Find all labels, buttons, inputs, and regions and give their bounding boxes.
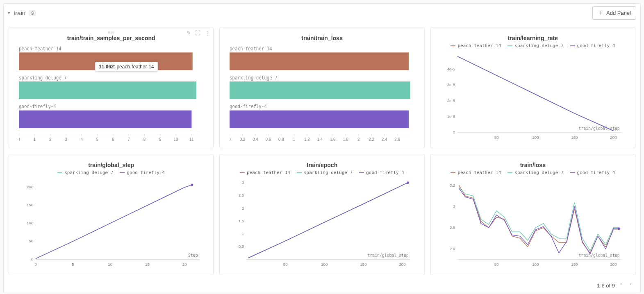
add-panel-label: Add Panel <box>606 10 631 16</box>
legend-item[interactable]: good-firefly-4 <box>570 170 615 175</box>
hover-tooltip: 11.062: peach-feather-14 <box>95 62 158 72</box>
svg-text:4: 4 <box>81 137 83 141</box>
svg-text:1.8: 1.8 <box>343 137 349 141</box>
svg-text:sparkling-deluge-7: sparkling-deluge-7 <box>230 75 278 81</box>
svg-text:6: 6 <box>112 137 114 141</box>
svg-text:0.8: 0.8 <box>278 137 284 141</box>
svg-text:1.2: 1.2 <box>304 137 310 141</box>
svg-text:200: 200 <box>610 135 617 140</box>
section-footer: 1-6 of 9 ˄ ˅ <box>4 280 640 293</box>
panel-learning-rate[interactable]: train/learning_rate peach-feather-14spar… <box>430 27 635 148</box>
svg-text:2: 2 <box>357 137 360 141</box>
svg-text:50: 50 <box>494 135 498 140</box>
panel-train-loss-bar[interactable]: train/train_loss peach-feather-14sparkli… <box>219 27 424 148</box>
legend-item[interactable]: good-firefly-4 <box>570 43 615 48</box>
drag-handle-icon[interactable]: ⠿⠿ <box>108 31 114 35</box>
svg-text:2.8: 2.8 <box>449 225 455 230</box>
svg-text:150: 150 <box>27 203 34 207</box>
page-next-icon[interactable]: ˅ <box>628 283 634 289</box>
svg-text:150: 150 <box>360 262 367 267</box>
panel-epoch[interactable]: train/epoch peach-feather-14sparkling-de… <box>219 154 424 275</box>
svg-text:good-firefly-4: good-firefly-4 <box>230 104 267 110</box>
svg-text:1: 1 <box>242 231 244 236</box>
legend-item[interactable]: peach-feather-14 <box>451 43 501 48</box>
chart-legend: peach-feather-14sparkling-deluge-7good-f… <box>220 170 424 175</box>
svg-text:0: 0 <box>453 130 455 134</box>
svg-text:train/global_step: train/global_step <box>368 253 409 258</box>
svg-text:0: 0 <box>34 262 37 267</box>
panel-title: train/train_loss <box>220 27 424 41</box>
svg-text:peach-feather-14: peach-feather-14 <box>230 46 272 52</box>
svg-text:2e-5: 2e-5 <box>447 98 455 103</box>
chart-area: 2.62.833.250100150200train/global_step <box>431 175 635 275</box>
panel-title: train/epoch <box>220 154 424 168</box>
legend-item[interactable]: peach-feather-14 <box>451 170 501 175</box>
legend-item[interactable]: good-firefly-4 <box>120 170 165 175</box>
svg-text:50: 50 <box>29 239 33 243</box>
fullscreen-icon[interactable]: ⛶ <box>195 30 200 36</box>
svg-text:7: 7 <box>127 137 130 141</box>
svg-text:20: 20 <box>182 262 187 267</box>
chevron-down-icon[interactable]: ▾ <box>8 10 10 16</box>
chart-area: 0.511.522.5350100150200train/global_step <box>220 175 424 275</box>
legend-item[interactable]: sparkling-deluge-7 <box>297 170 353 175</box>
svg-text:2.6: 2.6 <box>395 137 401 141</box>
svg-text:100: 100 <box>532 135 539 140</box>
panel-loss-line[interactable]: train/loss peach-feather-14sparkling-del… <box>430 154 635 275</box>
svg-text:5: 5 <box>72 262 74 267</box>
edit-icon[interactable]: ✎ <box>187 30 191 36</box>
svg-text:15: 15 <box>145 262 150 267</box>
svg-text:3: 3 <box>242 180 244 185</box>
svg-text:150: 150 <box>571 262 578 267</box>
panels-grid: ⠿⠿ ✎ ⛶ ⋮ train/train_samples_per_second … <box>4 22 640 280</box>
section-header: ▾ train 9 ＋ Add Panel <box>4 4 640 22</box>
section-title: train <box>14 9 25 16</box>
panel-train-samples-per-second[interactable]: ⠿⠿ ✎ ⛶ ⋮ train/train_samples_per_second … <box>9 27 214 148</box>
svg-text:0.2: 0.2 <box>240 137 246 141</box>
svg-rect-32 <box>230 52 409 70</box>
chart-area: 01e-52e-53e-54e-550100150200train/global… <box>431 48 635 148</box>
svg-text:2.5: 2.5 <box>239 193 244 197</box>
svg-text:3: 3 <box>453 204 455 208</box>
svg-text:train/global_step: train/global_step <box>578 126 619 131</box>
panel-title: train/loss <box>431 154 635 168</box>
svg-text:200: 200 <box>610 262 617 267</box>
svg-text:0.4: 0.4 <box>253 137 258 141</box>
svg-text:8: 8 <box>143 137 146 141</box>
svg-text:1.6: 1.6 <box>330 137 336 141</box>
panel-global-step[interactable]: train/global_step sparkling-deluge-7good… <box>9 154 214 275</box>
legend-item[interactable]: sparkling-deluge-7 <box>57 170 113 175</box>
svg-text:9: 9 <box>159 137 162 141</box>
chart-legend: peach-feather-14sparkling-deluge-7good-f… <box>431 43 635 48</box>
more-icon[interactable]: ⋮ <box>205 30 210 36</box>
panel-count-badge: 9 <box>29 10 36 16</box>
legend-item[interactable]: peach-feather-14 <box>240 170 290 175</box>
svg-text:200: 200 <box>27 185 34 189</box>
legend-item[interactable]: good-firefly-4 <box>359 170 404 175</box>
page-prev-icon[interactable]: ˄ <box>618 283 624 289</box>
line-chart-svg: 01e-52e-53e-54e-550100150200train/global… <box>441 51 625 144</box>
svg-text:3e-5: 3e-5 <box>447 82 455 87</box>
legend-item[interactable]: sparkling-deluge-7 <box>507 43 563 48</box>
chart-area: 11.062: peach-feather-14 peach-feather-1… <box>9 41 213 148</box>
svg-text:11: 11 <box>189 137 194 141</box>
svg-text:2: 2 <box>242 206 244 210</box>
plus-icon: ＋ <box>598 9 604 17</box>
svg-rect-5 <box>19 111 191 128</box>
svg-text:5: 5 <box>96 137 99 141</box>
bar-chart-svg: peach-feather-14sparkling-deluge-7good-f… <box>230 44 414 144</box>
svg-text:train/global_step: train/global_step <box>578 253 619 258</box>
svg-rect-34 <box>230 81 410 99</box>
tooltip-value: 11.062 <box>99 64 114 70</box>
line-chart-svg: 2.62.833.250100150200train/global_step <box>441 178 625 271</box>
chart-legend: peach-feather-14sparkling-deluge-7good-f… <box>431 170 635 175</box>
svg-text:0: 0 <box>19 137 20 141</box>
svg-text:1: 1 <box>34 137 36 141</box>
add-panel-button[interactable]: ＋ Add Panel <box>592 6 636 20</box>
svg-text:0.6: 0.6 <box>266 137 271 141</box>
chart-area: peach-feather-14sparkling-deluge-7good-f… <box>220 41 424 148</box>
svg-text:50: 50 <box>494 262 498 267</box>
legend-item[interactable]: sparkling-deluge-7 <box>507 170 563 175</box>
svg-text:0.5: 0.5 <box>239 244 244 249</box>
svg-text:2: 2 <box>49 137 52 141</box>
